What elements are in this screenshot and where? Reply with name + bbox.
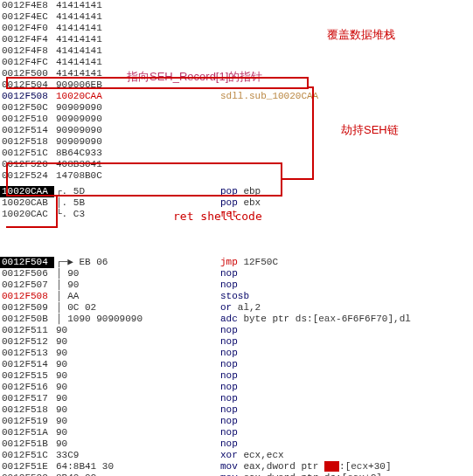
addr-cell: 0012F51B (0, 438, 54, 450)
hex-cell: │. 5B (54, 197, 219, 209)
addr-cell: 0012F514 (0, 125, 54, 136)
addr-cell: 10020CAC (0, 209, 54, 220)
dis-cell: nop (219, 268, 463, 279)
annot-ret-shellcode: ret shellcode (173, 210, 262, 223)
addr-cell: 0012F517 (0, 393, 54, 404)
disasm-row: 0012F507 │ 90nop (0, 279, 463, 291)
dis-cell: mov eax,dword ptr ds:[eax+C] (219, 473, 463, 476)
addr-cell: 0012F508 (0, 291, 54, 302)
hex-cell: 90909090 (54, 125, 219, 136)
disasm-row: 0012F50B │ 1090 90909090adc byte ptr ds:… (0, 314, 463, 325)
dis-cell: adc byte ptr ds:[eax-6F6F6F70],dl (219, 314, 463, 325)
disasm-row: 0012F515 90nop (0, 370, 463, 382)
addr-cell: 0012F510 (0, 114, 54, 125)
stack-row: 0012F50810020CAAsdll.sub_10020CAA (0, 91, 463, 102)
hex-cell: 41414141 (54, 23, 219, 34)
stack-row: 0012F4FC41414141 (0, 57, 463, 68)
hex-cell: 8B64C933 (54, 148, 219, 159)
dis-cell: nop (219, 416, 463, 427)
connector (6, 226, 58, 228)
addr-cell: 0012F516 (0, 382, 54, 393)
addr-cell: 0012F51C (0, 450, 54, 461)
addr-cell: 0012F50B (0, 314, 54, 325)
addr-cell: 0012F50C (0, 102, 54, 114)
hex-cell: 33C9 (54, 450, 219, 461)
connector (312, 86, 314, 180)
hex-cell: │ 90 (54, 268, 219, 279)
hex-cell: │ 1090 90909090 (54, 314, 219, 325)
dis-cell (219, 11, 463, 23)
addr-cell: 0012F4EC (0, 11, 54, 23)
addr-cell: 0012F4F0 (0, 23, 54, 34)
addr-cell: 0012F4F8 (0, 45, 54, 57)
hex-cell: 41414141 (54, 34, 219, 45)
disasm-row: 0012F516 90nop (0, 382, 463, 393)
hex-cell: 90 (54, 359, 219, 370)
addr-cell: 0012F518 (0, 404, 54, 416)
disasm-row: 0012F511 90nop (0, 325, 463, 336)
hex-cell: │ 0C 02 (54, 302, 219, 314)
disasm-row: 0012F522 8B40 0Cmov eax,dword ptr ds:[ea… (0, 473, 463, 476)
addr-cell: 0012F4E8 (0, 0, 54, 11)
disasm-row: 0012F508 │ AAstosb (0, 291, 463, 302)
dis-cell: nop (219, 393, 463, 404)
disasm-row: 0012F512 90nop (0, 336, 463, 348)
disasm-row: 0012F519 90nop (0, 416, 463, 427)
addr-cell: 0012F508 (0, 91, 54, 102)
addr-cell: 0012F513 (0, 348, 54, 359)
hex-cell: 90909090 (54, 136, 219, 148)
dis-cell: nop (219, 348, 463, 359)
dis-cell (219, 45, 463, 57)
hex-cell: 90 (54, 348, 219, 359)
disasm-row: 0012F514 90nop (0, 359, 463, 370)
disasm-row: 0012F518 90nop (0, 404, 463, 416)
disasm-row: 0012F506 │ 90nop (0, 268, 463, 279)
annot-hijack-seh: 劫持SEH链 (341, 122, 399, 138)
dis-cell: nop (219, 404, 463, 416)
hex-cell: 90 (54, 404, 219, 416)
disasm-row: 0012F509 │ 0C 02or al,2 (0, 302, 463, 314)
dis-cell: mov eax,dword ptr fs:[ecx+30] (219, 461, 463, 473)
disasm-row: 0012F51C 33C9xor ecx,ecx (0, 450, 463, 461)
addr-cell: 0012F507 (0, 279, 54, 291)
hex-cell: 90909090 (54, 102, 219, 114)
addr-cell: 0012F4FC (0, 57, 54, 68)
hex-cell: 90 (54, 370, 219, 382)
addr-cell: 0012F4F4 (0, 34, 54, 45)
hex-cell: 90 (54, 336, 219, 348)
hex-cell: 41414141 (54, 11, 219, 23)
addr-cell: 0012F518 (0, 136, 54, 148)
connector (56, 197, 58, 228)
hex-cell: 8B40 0C (54, 473, 219, 476)
disasm-row: 0012F51A 90nop (0, 427, 463, 438)
hex-cell: │ 90 (54, 279, 219, 291)
dis-cell: pop ebx (219, 197, 463, 209)
disasm-row: 0012F504 ┌─▶ EB 06jmp 12F50C (0, 257, 463, 268)
stack-row: 0012F4F841414141 (0, 45, 463, 57)
box-seh-record (6, 77, 309, 89)
disasm-row: 0012F51E 64:8B41 30mov eax,dword ptr fs:… (0, 461, 463, 473)
dis-cell: nop (219, 370, 463, 382)
hex-cell: 90 (54, 427, 219, 438)
dis-cell (219, 102, 463, 114)
addr-cell: 0012F51E (0, 461, 54, 473)
hex-cell: 90 (54, 325, 219, 336)
gadget-row: 10020CAB│. 5Bpop ebx (0, 197, 463, 209)
dis-cell (219, 0, 463, 11)
dis-cell: xor ecx,ecx (219, 450, 463, 461)
disasm-row: 0012F51B 90nop (0, 438, 463, 450)
disasm-row: 0012F517 90nop (0, 393, 463, 404)
addr-cell: 0012F504 (0, 257, 54, 268)
addr-cell: 0012F515 (0, 370, 54, 382)
addr-cell: 0012F514 (0, 359, 54, 370)
hex-cell: 41414141 (54, 45, 219, 57)
hex-cell: 41414141 (54, 57, 219, 68)
addr-cell: 0012F519 (0, 416, 54, 427)
stack-row: 0012F4E841414141 (0, 0, 463, 11)
hex-cell: │ AA (54, 291, 219, 302)
hex-cell: 41414141 (54, 0, 219, 11)
hex-cell: 10020CAA (54, 91, 219, 102)
hex-cell: 90 (54, 416, 219, 427)
addr-cell: 0012F522 (0, 473, 54, 476)
addr-cell: 0012F51C (0, 148, 54, 159)
